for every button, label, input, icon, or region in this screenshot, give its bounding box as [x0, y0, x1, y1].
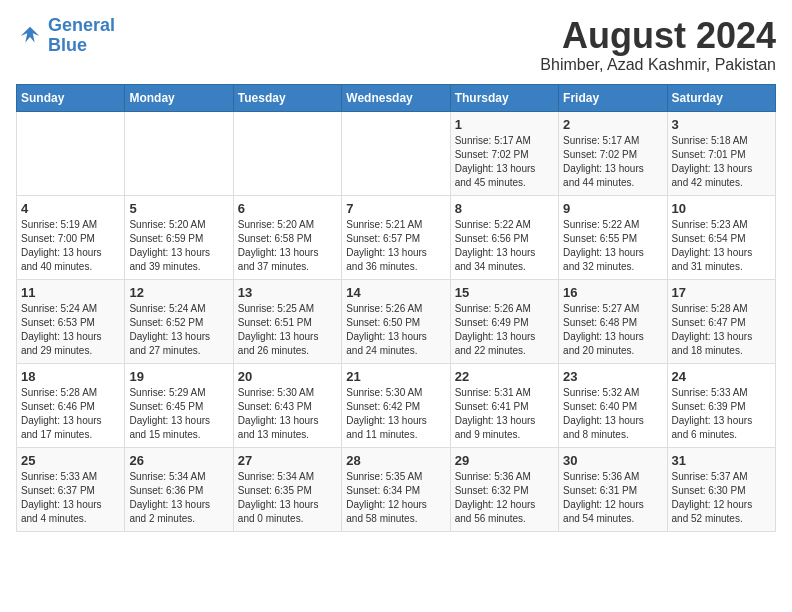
day-info: Sunrise: 5:27 AM Sunset: 6:48 PM Dayligh… [563, 302, 662, 358]
page-header: General Blue August 2024 Bhimber, Azad K… [16, 16, 776, 74]
day-info: Sunrise: 5:33 AM Sunset: 6:37 PM Dayligh… [21, 470, 120, 526]
day-info: Sunrise: 5:33 AM Sunset: 6:39 PM Dayligh… [672, 386, 771, 442]
logo-icon [16, 22, 44, 50]
column-header-friday: Friday [559, 84, 667, 111]
day-info: Sunrise: 5:34 AM Sunset: 6:35 PM Dayligh… [238, 470, 337, 526]
page-subtitle: Bhimber, Azad Kashmir, Pakistan [540, 56, 776, 74]
day-number: 1 [455, 117, 554, 132]
calendar-cell: 12Sunrise: 5:24 AM Sunset: 6:52 PM Dayli… [125, 279, 233, 363]
day-number: 11 [21, 285, 120, 300]
day-number: 5 [129, 201, 228, 216]
calendar-header-row: SundayMondayTuesdayWednesdayThursdayFrid… [17, 84, 776, 111]
column-header-saturday: Saturday [667, 84, 775, 111]
calendar-cell: 25Sunrise: 5:33 AM Sunset: 6:37 PM Dayli… [17, 447, 125, 531]
day-number: 8 [455, 201, 554, 216]
day-number: 10 [672, 201, 771, 216]
day-info: Sunrise: 5:18 AM Sunset: 7:01 PM Dayligh… [672, 134, 771, 190]
day-number: 14 [346, 285, 445, 300]
day-info: Sunrise: 5:26 AM Sunset: 6:50 PM Dayligh… [346, 302, 445, 358]
day-info: Sunrise: 5:30 AM Sunset: 6:42 PM Dayligh… [346, 386, 445, 442]
day-info: Sunrise: 5:35 AM Sunset: 6:34 PM Dayligh… [346, 470, 445, 526]
day-info: Sunrise: 5:30 AM Sunset: 6:43 PM Dayligh… [238, 386, 337, 442]
day-number: 17 [672, 285, 771, 300]
calendar-cell: 24Sunrise: 5:33 AM Sunset: 6:39 PM Dayli… [667, 363, 775, 447]
calendar-cell [17, 111, 125, 195]
calendar-week-row: 4Sunrise: 5:19 AM Sunset: 7:00 PM Daylig… [17, 195, 776, 279]
calendar-cell: 22Sunrise: 5:31 AM Sunset: 6:41 PM Dayli… [450, 363, 558, 447]
calendar-cell: 9Sunrise: 5:22 AM Sunset: 6:55 PM Daylig… [559, 195, 667, 279]
calendar-cell: 14Sunrise: 5:26 AM Sunset: 6:50 PM Dayli… [342, 279, 450, 363]
day-number: 30 [563, 453, 662, 468]
day-number: 24 [672, 369, 771, 384]
day-number: 13 [238, 285, 337, 300]
day-info: Sunrise: 5:17 AM Sunset: 7:02 PM Dayligh… [455, 134, 554, 190]
day-number: 7 [346, 201, 445, 216]
calendar-cell: 28Sunrise: 5:35 AM Sunset: 6:34 PM Dayli… [342, 447, 450, 531]
day-info: Sunrise: 5:24 AM Sunset: 6:52 PM Dayligh… [129, 302, 228, 358]
day-number: 19 [129, 369, 228, 384]
column-header-tuesday: Tuesday [233, 84, 341, 111]
calendar-week-row: 11Sunrise: 5:24 AM Sunset: 6:53 PM Dayli… [17, 279, 776, 363]
calendar-week-row: 1Sunrise: 5:17 AM Sunset: 7:02 PM Daylig… [17, 111, 776, 195]
day-number: 28 [346, 453, 445, 468]
day-info: Sunrise: 5:28 AM Sunset: 6:46 PM Dayligh… [21, 386, 120, 442]
calendar-cell: 11Sunrise: 5:24 AM Sunset: 6:53 PM Dayli… [17, 279, 125, 363]
calendar-cell: 10Sunrise: 5:23 AM Sunset: 6:54 PM Dayli… [667, 195, 775, 279]
calendar-cell: 29Sunrise: 5:36 AM Sunset: 6:32 PM Dayli… [450, 447, 558, 531]
day-number: 27 [238, 453, 337, 468]
logo-line1: General [48, 15, 115, 35]
day-number: 3 [672, 117, 771, 132]
svg-marker-0 [21, 26, 40, 42]
day-info: Sunrise: 5:28 AM Sunset: 6:47 PM Dayligh… [672, 302, 771, 358]
day-info: Sunrise: 5:34 AM Sunset: 6:36 PM Dayligh… [129, 470, 228, 526]
day-info: Sunrise: 5:21 AM Sunset: 6:57 PM Dayligh… [346, 218, 445, 274]
day-info: Sunrise: 5:20 AM Sunset: 6:59 PM Dayligh… [129, 218, 228, 274]
calendar-cell: 19Sunrise: 5:29 AM Sunset: 6:45 PM Dayli… [125, 363, 233, 447]
calendar-cell: 20Sunrise: 5:30 AM Sunset: 6:43 PM Dayli… [233, 363, 341, 447]
day-number: 20 [238, 369, 337, 384]
title-block: August 2024 Bhimber, Azad Kashmir, Pakis… [540, 16, 776, 74]
calendar-cell: 16Sunrise: 5:27 AM Sunset: 6:48 PM Dayli… [559, 279, 667, 363]
calendar-cell: 26Sunrise: 5:34 AM Sunset: 6:36 PM Dayli… [125, 447, 233, 531]
calendar-cell [233, 111, 341, 195]
calendar-cell: 4Sunrise: 5:19 AM Sunset: 7:00 PM Daylig… [17, 195, 125, 279]
calendar-table: SundayMondayTuesdayWednesdayThursdayFrid… [16, 84, 776, 532]
day-info: Sunrise: 5:29 AM Sunset: 6:45 PM Dayligh… [129, 386, 228, 442]
calendar-cell: 15Sunrise: 5:26 AM Sunset: 6:49 PM Dayli… [450, 279, 558, 363]
day-number: 18 [21, 369, 120, 384]
logo-text: General Blue [48, 16, 115, 56]
calendar-cell: 2Sunrise: 5:17 AM Sunset: 7:02 PM Daylig… [559, 111, 667, 195]
calendar-cell: 8Sunrise: 5:22 AM Sunset: 6:56 PM Daylig… [450, 195, 558, 279]
calendar-cell [342, 111, 450, 195]
day-number: 2 [563, 117, 662, 132]
day-info: Sunrise: 5:17 AM Sunset: 7:02 PM Dayligh… [563, 134, 662, 190]
day-info: Sunrise: 5:31 AM Sunset: 6:41 PM Dayligh… [455, 386, 554, 442]
day-number: 21 [346, 369, 445, 384]
day-number: 4 [21, 201, 120, 216]
column-header-thursday: Thursday [450, 84, 558, 111]
day-number: 26 [129, 453, 228, 468]
day-info: Sunrise: 5:22 AM Sunset: 6:56 PM Dayligh… [455, 218, 554, 274]
day-number: 12 [129, 285, 228, 300]
calendar-week-row: 25Sunrise: 5:33 AM Sunset: 6:37 PM Dayli… [17, 447, 776, 531]
day-info: Sunrise: 5:25 AM Sunset: 6:51 PM Dayligh… [238, 302, 337, 358]
day-number: 25 [21, 453, 120, 468]
calendar-cell: 3Sunrise: 5:18 AM Sunset: 7:01 PM Daylig… [667, 111, 775, 195]
calendar-cell [125, 111, 233, 195]
calendar-cell: 13Sunrise: 5:25 AM Sunset: 6:51 PM Dayli… [233, 279, 341, 363]
day-info: Sunrise: 5:32 AM Sunset: 6:40 PM Dayligh… [563, 386, 662, 442]
day-number: 29 [455, 453, 554, 468]
day-number: 23 [563, 369, 662, 384]
day-info: Sunrise: 5:37 AM Sunset: 6:30 PM Dayligh… [672, 470, 771, 526]
calendar-cell: 17Sunrise: 5:28 AM Sunset: 6:47 PM Dayli… [667, 279, 775, 363]
calendar-cell: 31Sunrise: 5:37 AM Sunset: 6:30 PM Dayli… [667, 447, 775, 531]
calendar-cell: 27Sunrise: 5:34 AM Sunset: 6:35 PM Dayli… [233, 447, 341, 531]
day-number: 16 [563, 285, 662, 300]
day-number: 9 [563, 201, 662, 216]
day-info: Sunrise: 5:36 AM Sunset: 6:31 PM Dayligh… [563, 470, 662, 526]
calendar-cell: 5Sunrise: 5:20 AM Sunset: 6:59 PM Daylig… [125, 195, 233, 279]
day-info: Sunrise: 5:24 AM Sunset: 6:53 PM Dayligh… [21, 302, 120, 358]
day-number: 6 [238, 201, 337, 216]
page-title: August 2024 [540, 16, 776, 56]
column-header-sunday: Sunday [17, 84, 125, 111]
